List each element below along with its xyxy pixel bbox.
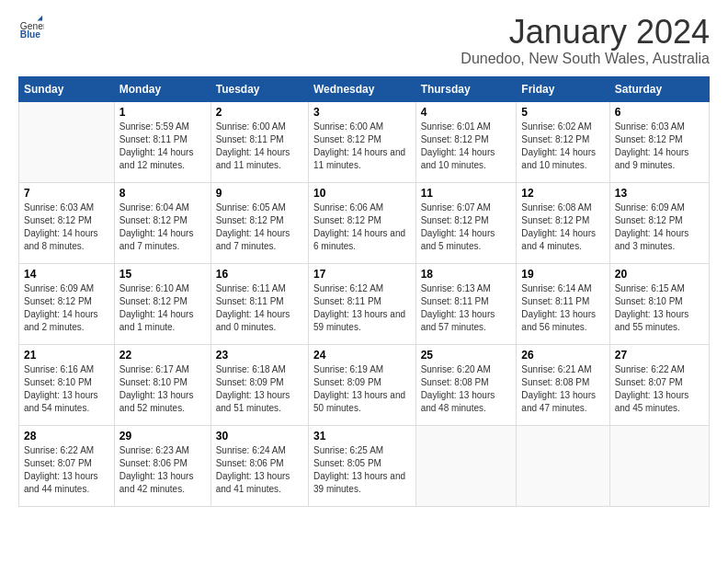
day-info: Sunrise: 6:21 AMSunset: 8:08 PMDaylight:… xyxy=(521,363,604,415)
calendar-cell: 20 Sunrise: 6:15 AMSunset: 8:10 PMDaylig… xyxy=(609,263,709,344)
calendar-week-3: 14 Sunrise: 6:09 AMSunset: 8:12 PMDaylig… xyxy=(19,263,710,344)
day-number: 28 xyxy=(24,430,109,442)
day-number: 29 xyxy=(119,430,206,442)
svg-marker-2 xyxy=(38,16,43,21)
calendar-cell: 1 Sunrise: 5:59 AMSunset: 8:11 PMDayligh… xyxy=(114,101,210,182)
calendar-cell: 2 Sunrise: 6:00 AMSunset: 8:11 PMDayligh… xyxy=(210,101,308,182)
day-number: 31 xyxy=(313,430,411,442)
calendar-cell: 25 Sunrise: 6:20 AMSunset: 8:08 PMDaylig… xyxy=(415,344,517,425)
day-number: 27 xyxy=(615,349,704,362)
calendar-cell: 16 Sunrise: 6:11 AMSunset: 8:11 PMDaylig… xyxy=(210,263,308,344)
day-number: 12 xyxy=(521,187,604,200)
day-info: Sunrise: 6:19 AMSunset: 8:09 PMDaylight:… xyxy=(313,363,411,415)
day-number: 13 xyxy=(615,187,704,200)
day-number: 5 xyxy=(521,106,604,119)
day-number: 4 xyxy=(421,106,512,119)
header-monday: Monday xyxy=(114,76,210,101)
day-number: 24 xyxy=(313,349,411,362)
day-info: Sunrise: 6:00 AMSunset: 8:12 PMDaylight:… xyxy=(313,121,411,172)
day-info: Sunrise: 6:22 AMSunset: 8:07 PMDaylight:… xyxy=(24,444,109,496)
header-sunday: Sunday xyxy=(19,76,115,101)
calendar-cell: 29 Sunrise: 6:23 AMSunset: 8:06 PMDaylig… xyxy=(114,425,210,506)
day-number: 14 xyxy=(24,268,109,281)
header-thursday: Thursday xyxy=(415,76,517,101)
day-info: Sunrise: 6:02 AMSunset: 8:12 PMDaylight:… xyxy=(521,121,604,172)
calendar-cell: 19 Sunrise: 6:14 AMSunset: 8:11 PMDaylig… xyxy=(517,263,609,344)
day-number: 16 xyxy=(216,268,303,281)
day-info: Sunrise: 6:23 AMSunset: 8:06 PMDaylight:… xyxy=(119,444,206,496)
calendar-cell xyxy=(415,425,517,506)
day-number: 30 xyxy=(216,430,303,442)
page-header: General Blue January 2024 Dunedoo, New S… xyxy=(18,14,710,67)
logo-icon: General Blue xyxy=(18,14,44,40)
day-info: Sunrise: 6:13 AMSunset: 8:11 PMDaylight:… xyxy=(421,282,512,334)
day-number: 3 xyxy=(313,106,411,119)
calendar-cell: 24 Sunrise: 6:19 AMSunset: 8:09 PMDaylig… xyxy=(308,344,415,425)
day-number: 8 xyxy=(119,187,206,200)
day-info: Sunrise: 6:20 AMSunset: 8:08 PMDaylight:… xyxy=(421,363,512,415)
calendar-cell: 14 Sunrise: 6:09 AMSunset: 8:12 PMDaylig… xyxy=(19,263,115,344)
calendar-cell: 7 Sunrise: 6:03 AMSunset: 8:12 PMDayligh… xyxy=(19,182,115,263)
day-info: Sunrise: 6:06 AMSunset: 8:12 PMDaylight:… xyxy=(313,201,411,253)
calendar-cell: 30 Sunrise: 6:24 AMSunset: 8:06 PMDaylig… xyxy=(210,425,308,506)
calendar-cell: 6 Sunrise: 6:03 AMSunset: 8:12 PMDayligh… xyxy=(609,101,709,182)
calendar-week-5: 28 Sunrise: 6:22 AMSunset: 8:07 PMDaylig… xyxy=(19,425,710,506)
day-number: 21 xyxy=(24,349,109,362)
calendar-cell xyxy=(19,101,115,182)
header-tuesday: Tuesday xyxy=(210,76,308,101)
calendar-cell: 3 Sunrise: 6:00 AMSunset: 8:12 PMDayligh… xyxy=(308,101,415,182)
day-number: 22 xyxy=(119,349,206,362)
day-number: 10 xyxy=(313,187,411,200)
day-info: Sunrise: 6:14 AMSunset: 8:11 PMDaylight:… xyxy=(521,282,604,334)
calendar-cell xyxy=(609,425,709,506)
calendar-week-2: 7 Sunrise: 6:03 AMSunset: 8:12 PMDayligh… xyxy=(19,182,710,263)
calendar-cell xyxy=(517,425,609,506)
day-info: Sunrise: 6:08 AMSunset: 8:12 PMDaylight:… xyxy=(521,201,604,253)
day-number: 9 xyxy=(216,187,303,200)
day-number: 26 xyxy=(521,349,604,362)
day-info: Sunrise: 6:04 AMSunset: 8:12 PMDaylight:… xyxy=(119,201,206,253)
calendar-week-4: 21 Sunrise: 6:16 AMSunset: 8:10 PMDaylig… xyxy=(19,344,710,425)
calendar-cell: 22 Sunrise: 6:17 AMSunset: 8:10 PMDaylig… xyxy=(114,344,210,425)
calendar-table: Sunday Monday Tuesday Wednesday Thursday… xyxy=(18,76,710,507)
calendar-cell: 18 Sunrise: 6:13 AMSunset: 8:11 PMDaylig… xyxy=(415,263,517,344)
day-number: 7 xyxy=(24,187,109,200)
day-number: 23 xyxy=(216,349,303,362)
calendar-cell: 26 Sunrise: 6:21 AMSunset: 8:08 PMDaylig… xyxy=(517,344,609,425)
day-info: Sunrise: 6:25 AMSunset: 8:05 PMDaylight:… xyxy=(313,444,411,496)
calendar-header: Sunday Monday Tuesday Wednesday Thursday… xyxy=(19,76,710,101)
day-info: Sunrise: 6:07 AMSunset: 8:12 PMDaylight:… xyxy=(421,201,512,253)
calendar-cell: 27 Sunrise: 6:22 AMSunset: 8:07 PMDaylig… xyxy=(609,344,709,425)
day-number: 15 xyxy=(119,268,206,281)
calendar-cell: 12 Sunrise: 6:08 AMSunset: 8:12 PMDaylig… xyxy=(517,182,609,263)
day-info: Sunrise: 6:17 AMSunset: 8:10 PMDaylight:… xyxy=(119,363,206,415)
day-number: 2 xyxy=(216,106,303,119)
header-saturday: Saturday xyxy=(609,76,709,101)
calendar-week-1: 1 Sunrise: 5:59 AMSunset: 8:11 PMDayligh… xyxy=(19,101,710,182)
day-info: Sunrise: 6:10 AMSunset: 8:12 PMDaylight:… xyxy=(119,282,206,334)
calendar-cell: 31 Sunrise: 6:25 AMSunset: 8:05 PMDaylig… xyxy=(308,425,415,506)
day-info: Sunrise: 5:59 AMSunset: 8:11 PMDaylight:… xyxy=(119,121,206,172)
day-number: 11 xyxy=(421,187,512,200)
calendar-cell: 9 Sunrise: 6:05 AMSunset: 8:12 PMDayligh… xyxy=(210,182,308,263)
day-info: Sunrise: 6:16 AMSunset: 8:10 PMDaylight:… xyxy=(24,363,109,415)
day-info: Sunrise: 6:15 AMSunset: 8:10 PMDaylight:… xyxy=(615,282,704,334)
day-number: 18 xyxy=(421,268,512,281)
day-number: 17 xyxy=(313,268,411,281)
day-info: Sunrise: 6:05 AMSunset: 8:12 PMDaylight:… xyxy=(216,201,303,253)
day-info: Sunrise: 6:03 AMSunset: 8:12 PMDaylight:… xyxy=(24,201,109,253)
header-row: Sunday Monday Tuesday Wednesday Thursday… xyxy=(19,76,710,101)
calendar-cell: 21 Sunrise: 6:16 AMSunset: 8:10 PMDaylig… xyxy=(19,344,115,425)
calendar-body: 1 Sunrise: 5:59 AMSunset: 8:11 PMDayligh… xyxy=(19,101,710,506)
day-number: 25 xyxy=(421,349,512,362)
calendar-cell: 17 Sunrise: 6:12 AMSunset: 8:11 PMDaylig… xyxy=(308,263,415,344)
day-info: Sunrise: 6:18 AMSunset: 8:09 PMDaylight:… xyxy=(216,363,303,415)
calendar-cell: 23 Sunrise: 6:18 AMSunset: 8:09 PMDaylig… xyxy=(210,344,308,425)
header-wednesday: Wednesday xyxy=(308,76,415,101)
location-subtitle: Dunedoo, New South Wales, Australia xyxy=(461,51,710,67)
day-number: 1 xyxy=(119,106,206,119)
day-info: Sunrise: 6:00 AMSunset: 8:11 PMDaylight:… xyxy=(216,121,303,172)
day-number: 6 xyxy=(615,106,704,119)
header-friday: Friday xyxy=(517,76,609,101)
calendar-cell: 11 Sunrise: 6:07 AMSunset: 8:12 PMDaylig… xyxy=(415,182,517,263)
